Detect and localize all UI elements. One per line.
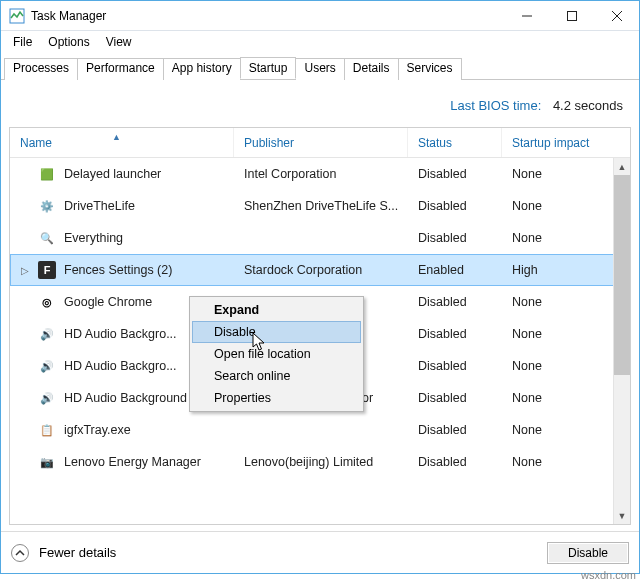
row-impact: None bbox=[502, 350, 612, 382]
menu-view[interactable]: View bbox=[98, 34, 140, 50]
minimize-button[interactable] bbox=[504, 2, 549, 30]
tab-processes[interactable]: Processes bbox=[4, 58, 78, 80]
app-row-icon: 🟩 bbox=[38, 165, 56, 183]
row-publisher bbox=[234, 222, 408, 254]
app-row-icon: ⚙️ bbox=[38, 197, 56, 215]
row-name: HD Audio Backgro... bbox=[64, 359, 177, 373]
watermark: wsxdn.com bbox=[581, 569, 636, 581]
app-row-icon: F bbox=[38, 261, 56, 279]
row-publisher: Stardock Corporation bbox=[234, 254, 408, 286]
close-button[interactable] bbox=[594, 2, 639, 30]
row-name: Lenovo Energy Manager bbox=[64, 455, 201, 469]
row-publisher: Lenovo(beijing) Limited bbox=[234, 446, 408, 478]
column-headers: Name ▲ Publisher Status Startup impact bbox=[10, 128, 630, 158]
app-row-icon: 📷 bbox=[38, 453, 56, 471]
maximize-button[interactable] bbox=[549, 2, 594, 30]
scroll-up-button[interactable]: ▲ bbox=[614, 158, 630, 175]
row-name: DriveTheLife bbox=[64, 199, 135, 213]
row-status: Disabled bbox=[408, 446, 502, 478]
tab-strip: Processes Performance App history Startu… bbox=[1, 53, 639, 80]
ctx-search-online[interactable]: Search online bbox=[192, 365, 361, 387]
row-name: igfxTray.exe bbox=[64, 423, 131, 437]
row-name: Fences Settings (2) bbox=[64, 263, 172, 277]
bios-label: Last BIOS time: bbox=[450, 98, 541, 113]
row-name: Delayed launcher bbox=[64, 167, 161, 181]
menu-options[interactable]: Options bbox=[40, 34, 97, 50]
row-publisher: Intel Corporation bbox=[234, 158, 408, 190]
fewer-details-link[interactable]: Fewer details bbox=[39, 545, 116, 560]
row-name: HD Audio Backgro... bbox=[64, 327, 177, 341]
row-publisher: ShenZhen DriveTheLife S... bbox=[234, 190, 408, 222]
row-status: Enabled bbox=[408, 254, 502, 286]
header-status[interactable]: Status bbox=[408, 128, 502, 157]
row-impact: None bbox=[502, 382, 612, 414]
status-bar: Fewer details Disable bbox=[1, 531, 639, 573]
tab-apphistory[interactable]: App history bbox=[163, 58, 241, 80]
tab-startup[interactable]: Startup bbox=[240, 57, 297, 79]
sort-ascending-icon: ▲ bbox=[112, 132, 121, 142]
row-status: Disabled bbox=[408, 190, 502, 222]
row-status: Disabled bbox=[408, 222, 502, 254]
menu-file[interactable]: File bbox=[5, 34, 40, 50]
tab-details[interactable]: Details bbox=[344, 58, 399, 80]
ctx-open-location[interactable]: Open file location bbox=[192, 343, 361, 365]
table-row[interactable]: 📷Lenovo Energy ManagerLenovo(beijing) Li… bbox=[10, 446, 630, 478]
row-impact: None bbox=[502, 318, 612, 350]
disable-button[interactable]: Disable bbox=[547, 542, 629, 564]
row-status: Disabled bbox=[408, 318, 502, 350]
chevron-up-icon[interactable] bbox=[11, 544, 29, 562]
row-status: Disabled bbox=[408, 414, 502, 446]
row-status: Disabled bbox=[408, 382, 502, 414]
table-row[interactable]: 📋igfxTray.exeDisabledNone bbox=[10, 414, 630, 446]
scroll-down-button[interactable]: ▼ bbox=[614, 507, 630, 524]
table-row[interactable]: 🔍EverythingDisabledNone bbox=[10, 222, 630, 254]
row-impact: None bbox=[502, 190, 612, 222]
vertical-scrollbar[interactable]: ▲ ▼ bbox=[613, 158, 630, 524]
header-name-label: Name bbox=[20, 136, 52, 150]
table-row[interactable]: 🟩Delayed launcherIntel CorporationDisabl… bbox=[10, 158, 630, 190]
app-icon bbox=[9, 8, 25, 24]
app-row-icon: 📋 bbox=[38, 421, 56, 439]
svg-rect-2 bbox=[567, 11, 576, 20]
bios-time: Last BIOS time: 4.2 seconds bbox=[9, 86, 631, 127]
app-row-icon: 🔊 bbox=[38, 357, 56, 375]
bios-value: 4.2 seconds bbox=[553, 98, 623, 113]
title-bar: Task Manager bbox=[1, 1, 639, 31]
row-impact: None bbox=[502, 286, 612, 318]
row-publisher bbox=[234, 414, 408, 446]
row-impact: None bbox=[502, 446, 612, 478]
header-name[interactable]: Name ▲ bbox=[10, 128, 234, 157]
table-row[interactable]: ⚙️DriveTheLifeShenZhen DriveTheLife S...… bbox=[10, 190, 630, 222]
row-status: Disabled bbox=[408, 286, 502, 318]
header-impact[interactable]: Startup impact bbox=[502, 128, 612, 157]
row-status: Disabled bbox=[408, 350, 502, 382]
row-name: Google Chrome bbox=[64, 295, 152, 309]
row-impact: None bbox=[502, 222, 612, 254]
app-row-icon: 🔊 bbox=[38, 389, 56, 407]
header-publisher[interactable]: Publisher bbox=[234, 128, 408, 157]
tab-users[interactable]: Users bbox=[295, 58, 344, 80]
row-status: Disabled bbox=[408, 158, 502, 190]
row-name: Everything bbox=[64, 231, 123, 245]
row-impact: None bbox=[502, 158, 612, 190]
menu-bar: File Options View bbox=[1, 31, 639, 53]
expand-icon[interactable]: ▷ bbox=[20, 265, 30, 276]
tab-services[interactable]: Services bbox=[398, 58, 462, 80]
ctx-properties[interactable]: Properties bbox=[192, 387, 361, 409]
window-title: Task Manager bbox=[31, 9, 106, 23]
app-row-icon: ◎ bbox=[38, 293, 56, 311]
app-row-icon: 🔍 bbox=[38, 229, 56, 247]
app-row-icon: 🔊 bbox=[38, 325, 56, 343]
ctx-expand[interactable]: Expand bbox=[192, 299, 361, 321]
context-menu: Expand Disable Open file location Search… bbox=[189, 296, 364, 412]
table-row[interactable]: ▷FFences Settings (2)Stardock Corporatio… bbox=[10, 254, 630, 286]
ctx-disable[interactable]: Disable bbox=[192, 321, 361, 343]
row-impact: None bbox=[502, 414, 612, 446]
row-impact: High bbox=[502, 254, 612, 286]
scroll-thumb[interactable] bbox=[614, 175, 630, 375]
tab-performance[interactable]: Performance bbox=[77, 58, 164, 80]
